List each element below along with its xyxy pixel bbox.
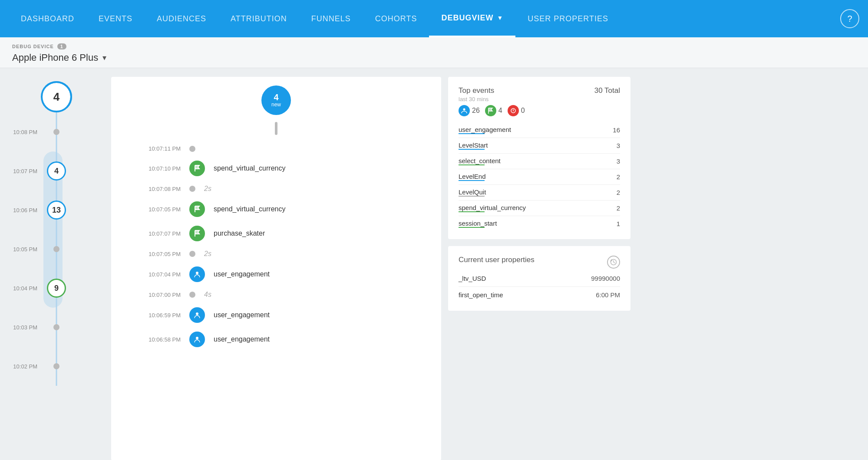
svg-point-0 [196, 272, 198, 274]
event-list-name: LevelQuit [459, 188, 486, 197]
event-list: user_engagement 16 LevelStart 3 select_c… [459, 122, 620, 231]
timeline-time-1003: 10:03 PM [9, 324, 43, 331]
event-name: spend_virtual_currency [214, 164, 428, 172]
event-list-count: 1 [617, 220, 620, 227]
top-events-card: Top events last 30 mins 26 [448, 77, 630, 239]
event-list-name: session_start [459, 220, 497, 228]
timeline-time-1002: 10:02 PM [9, 363, 43, 370]
event-row[interactable]: 10:07:10 PM spend_virtual_currency [111, 156, 441, 181]
timeline-dot-1002[interactable] [53, 363, 59, 369]
event-list-row[interactable]: spend_virtual_currency 2 [459, 200, 620, 216]
event-row[interactable]: 10:07:05 PM spend_virtual_currency [111, 197, 441, 221]
debugview-dropdown-arrow: ▼ [497, 14, 503, 21]
event-name: user_engagement [214, 311, 428, 319]
event-gap-label: 2s [204, 250, 428, 258]
history-button[interactable] [607, 256, 620, 269]
events-panel: 4 new 10:07:11 PM 10:07:10 PM spe [111, 77, 441, 460]
prop-key-ltv: _ltv_USD [459, 275, 486, 282]
nav-debugview[interactable]: DEBUGVIEW ▼ [429, 0, 515, 37]
badge-red-count: 0 [521, 107, 525, 115]
user-properties-card: Current user properties _ltv_USD 9999000… [448, 246, 630, 311]
debug-device-label: DEBUG DEVICE 1 [12, 43, 856, 49]
timeline-circle-1007[interactable]: 4 [47, 161, 66, 181]
top-events-total: 30 Total [594, 86, 620, 95]
device-name: Apple iPhone 6 Plus [12, 52, 98, 63]
timeline-time-1007: 10:07 PM [9, 168, 43, 174]
badge-green [485, 105, 496, 116]
top-events-title: Top events [459, 86, 525, 95]
event-icon-gray [189, 146, 195, 152]
event-icon-gap2 [189, 251, 195, 257]
timeline-top-circle: 4 [41, 81, 72, 112]
svg-point-1 [196, 312, 198, 315]
event-list-row[interactable]: select_content 3 [459, 154, 620, 169]
event-row-gap: 10:07:08 PM 2s [111, 181, 441, 197]
event-name: user_engagement [214, 270, 428, 278]
svg-point-3 [463, 108, 465, 111]
timeline-time-1004: 10:04 PM [9, 285, 43, 292]
timeline-dot-1005[interactable] [53, 246, 59, 252]
event-list-row[interactable]: user_engagement 16 [459, 122, 620, 138]
timeline-circle-1006[interactable]: 13 [47, 200, 66, 220]
timeline-row: 10:06 PM 13 [9, 191, 104, 230]
event-list-row[interactable]: LevelStart 3 [459, 138, 620, 154]
device-selector[interactable]: Apple iPhone 6 Plus ▾ [12, 52, 856, 63]
nav-attribution[interactable]: ATTRIBUTION [218, 0, 299, 37]
event-name: user_engagement [214, 335, 428, 343]
timeline-dot-1003[interactable] [53, 324, 59, 330]
timeline-time-1006: 10:06 PM [9, 207, 43, 214]
nav-funnels[interactable]: FUNNELS [299, 0, 363, 37]
user-properties-list: _ltv_USD 99990000 first_open_time 6:00 P… [459, 270, 620, 303]
event-row[interactable]: 10:06:58 PM user_engagement [111, 327, 441, 352]
device-dropdown-arrow: ▾ [102, 53, 106, 62]
nav-user-properties[interactable]: USER PROPERTIES [515, 0, 620, 37]
timeline-row: 10:08 PM [9, 112, 104, 151]
event-list-row[interactable]: session_start 1 [459, 216, 620, 231]
nav-events[interactable]: EVENTS [86, 0, 145, 37]
new-events-bubble: 4 new [261, 85, 291, 115]
event-icon-person-blue2 [189, 307, 205, 323]
top-events-subtitle: last 30 mins [459, 96, 525, 102]
event-name: spend_virtual_currency [214, 205, 428, 213]
event-row[interactable]: 10:07:07 PM purchase_skater [111, 221, 441, 246]
nav-cohorts[interactable]: COHORTS [363, 0, 429, 37]
event-gap-label: 4s [204, 291, 428, 299]
prop-key-first-open: first_open_time [459, 291, 503, 299]
timeline-circle-1004[interactable]: 9 [47, 279, 66, 298]
timeline-sidebar: 4 10:08 PM 10:07 PM 4 [9, 77, 104, 460]
subheader: DEBUG DEVICE 1 Apple iPhone 6 Plus ▾ [0, 37, 868, 68]
timeline-dot-1008[interactable] [53, 129, 59, 135]
event-name: purchase_skater [214, 230, 428, 237]
timeline-row: 10:05 PM [9, 230, 104, 269]
help-button[interactable]: ? [840, 9, 859, 28]
event-icon-flag-green [189, 161, 205, 176]
timeline-row: 10:07 PM 4 [9, 151, 104, 191]
event-list-name: LevelEnd [459, 173, 486, 181]
debug-badge: 1 [57, 43, 66, 49]
event-list-name: select_content [459, 157, 501, 165]
badge-red [508, 105, 519, 116]
timeline-time-1008: 10:08 PM [9, 129, 43, 135]
event-row[interactable]: 10:07:04 PM user_engagement [111, 262, 441, 286]
badge-blue-count: 26 [472, 107, 480, 115]
event-icon-gap [189, 186, 195, 192]
event-list-count: 3 [617, 142, 620, 149]
event-icon-person-blue3 [189, 332, 205, 347]
event-list-count: 2 [617, 204, 620, 212]
event-list-row[interactable]: LevelEnd 2 [459, 169, 620, 185]
badge-blue [459, 105, 470, 116]
event-icon-person-blue [189, 266, 205, 282]
event-list-count: 2 [617, 189, 620, 196]
prop-value-ltv: 99990000 [591, 275, 620, 282]
user-properties-title: Current user properties [459, 256, 535, 264]
events-inner: 4 new 10:07:11 PM 10:07:10 PM spe [111, 77, 441, 460]
event-list-name: LevelStart [459, 141, 488, 150]
nav-audiences[interactable]: AUDIENCES [145, 0, 218, 37]
nav-dashboard[interactable]: DASHBOARD [9, 0, 86, 37]
new-label: new [271, 102, 281, 108]
prop-value-first-open: 6:00 PM [596, 291, 620, 299]
event-list-row[interactable]: LevelQuit 2 [459, 185, 620, 200]
event-icon-flag-green3 [189, 226, 205, 241]
event-row[interactable]: 10:06:59 PM user_engagement [111, 303, 441, 327]
event-icon-flag-green2 [189, 201, 205, 217]
